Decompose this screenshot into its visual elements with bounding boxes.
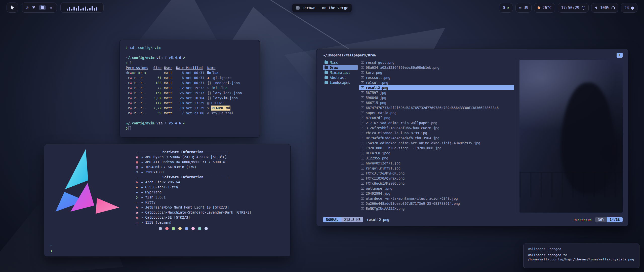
- image-icon: [361, 137, 364, 139]
- arrow-icon: →: [141, 159, 143, 164]
- speaker-icon: [595, 6, 598, 9]
- file-item[interactable]: 217167-sad-anime-rain-wallpaper.png: [359, 120, 514, 125]
- palette-dot: [165, 227, 169, 230]
- sidebar-folder-minimalist[interactable]: Minimalist: [323, 70, 358, 75]
- file-item[interactable]: super-mario.png: [359, 110, 514, 115]
- brush-icon[interactable]: ✏: [50, 6, 53, 10]
- sidebar-folder-landscapes[interactable]: Landscapes: [323, 80, 358, 85]
- heart-icon[interactable]: ♥: [32, 6, 35, 10]
- album-art-icon: [296, 6, 300, 10]
- file-manager-window[interactable]: ~/Imagenes/Wallpapers/Draw 1 MiscDrawMin…: [316, 49, 628, 226]
- file-item[interactable]: 68747470733a2f2f696d616765732d7769786d70…: [359, 105, 514, 110]
- browser-icon[interactable]: ◎: [26, 6, 28, 10]
- file-item[interactable]: 866715.png: [359, 100, 514, 105]
- arrow-icon: →: [141, 169, 143, 175]
- sidebar-folder-misc[interactable]: Misc: [323, 60, 358, 65]
- flame-icon: [537, 6, 541, 10]
- image-icon: [361, 147, 364, 149]
- sidebar-folder-draw[interactable]: Draw: [323, 65, 358, 70]
- image-icon: [361, 167, 364, 169]
- shell-command-line: ❯ l: [126, 60, 254, 65]
- git-icon: ◆: [207, 75, 209, 80]
- volume-widget[interactable]: 100%: [591, 3, 618, 13]
- sidebar-folder-abstract[interactable]: Abstract: [323, 75, 358, 80]
- file-item[interactable]: 19201080-__blue-tinge__-1920×1080.jpg: [359, 146, 514, 151]
- file-item[interactable]: kurz.png: [359, 70, 514, 75]
- image-icon: [361, 112, 364, 114]
- updates-widget[interactable]: 0 ✿: [499, 3, 513, 13]
- text-cursor: [129, 126, 131, 130]
- ls-row: .rw-r--r--11kmatt18 oct 13:29▤LICENSE: [126, 100, 254, 106]
- fetch-line-font: A→JetBrainsMono Nerd Font Light 10 [GTK2…: [136, 205, 286, 210]
- file-item[interactable]: 3122955.png: [359, 156, 514, 161]
- keyboard-layout-widget[interactable]: ⌨ US: [515, 3, 532, 13]
- lua-icon: ☾: [207, 85, 209, 90]
- folder-icon: [325, 66, 328, 69]
- file-item[interactable]: re1sult.png: [359, 80, 514, 85]
- clock-widget[interactable]: 17:50:29: [558, 3, 589, 13]
- files-icon[interactable]: [39, 5, 46, 10]
- image-icon: [361, 187, 364, 190]
- notification-body: Wallpaper changed to /home/matt/.config/…: [528, 253, 635, 261]
- keyboard-icon: ⌨: [519, 6, 521, 10]
- file-item[interactable]: EeNKYgIUcAAJ5JX.png: [359, 206, 514, 211]
- notification-title: Wallpaper Changed: [528, 247, 635, 251]
- file-item[interactable]: ressdfgult.png: [359, 60, 514, 65]
- terminal-window[interactable]: ❯ cd .config/nvim ~/.config/nvim via ☾ v…: [119, 40, 260, 138]
- shell-icon: ❯: [136, 195, 141, 200]
- file-item[interactable]: resssult.png: [359, 75, 514, 80]
- image-icon: [361, 192, 364, 195]
- fetch-line-icons: ◉→Catppuccin-SE [GTK2/3]: [136, 215, 286, 220]
- arrow-icon: →: [141, 205, 143, 210]
- palette-dot: [205, 227, 208, 230]
- image-icon: [361, 202, 364, 205]
- volume-value: 100%: [600, 6, 609, 10]
- media-widget[interactable]: thrown - on the verge: [292, 3, 352, 12]
- palette-dot: [159, 227, 162, 230]
- file-item[interactable]: wallpaper.png: [359, 186, 514, 191]
- file-item[interactable]: chica-mirando-la-luna-8799.jpg: [359, 130, 514, 135]
- shell-prompt-line: ❯: [126, 126, 254, 131]
- file-item[interactable]: 20492984.jpg: [359, 191, 514, 196]
- desktop: ◎ ♥ ✏ thrown - on the verge 0 ✿ ⌨ US: [0, 0, 644, 272]
- file-item[interactable]: FXfcII0X0AQyn9X.png: [359, 176, 514, 181]
- file-item[interactable]: nnvuv0xj2df71.jpg: [359, 161, 514, 166]
- wm-icon: ❖: [136, 190, 141, 195]
- file-item[interactable]: 596848.jpg: [359, 95, 514, 100]
- status-permissions: -rwxrwxrwx: [571, 218, 592, 222]
- headphones-icon: [612, 6, 615, 8]
- notification-toast[interactable]: Wallpaper Changed Wallpaper changed to /…: [523, 244, 639, 268]
- image-icon: [361, 132, 364, 134]
- notifications-widget[interactable]: 24: [621, 3, 637, 13]
- file-item[interactable]: 0c794faf07de24a4db4d4fb1eb813964.jpg: [359, 135, 514, 141]
- fetch-line-terminal: ▭→kitty: [136, 200, 286, 205]
- preview-railing: [519, 172, 623, 197]
- fetch-terminal-window[interactable]: ┌─────────── Hardware Information ──────…: [44, 144, 291, 257]
- image-icon: [361, 172, 364, 175]
- font-icon: A: [136, 205, 141, 210]
- temperature-widget[interactable]: 26°C: [534, 3, 555, 13]
- file-item[interactable]: 87r687df.png: [359, 115, 514, 120]
- file-item[interactable]: result2.png: [359, 85, 514, 90]
- file-item[interactable]: FXfcHgcWIAMzs0G.png: [359, 181, 514, 186]
- tab-badge[interactable]: 1: [617, 53, 623, 58]
- fetch-line-gpu: ▦→AMD ATI Radeon RX 6800/6800 XT / 6900 …: [136, 159, 286, 164]
- image-icon: [361, 96, 364, 99]
- file-item[interactable]: 154928-odinokoe_anime-art-anime-okno-sin…: [359, 141, 514, 146]
- file-item[interactable]: 8FKa7Cu.jpeg: [359, 151, 514, 156]
- ls-output: drwxr-xr-x-matt6 oct 00:31lua.rw-r--r--5…: [126, 70, 254, 116]
- software-info-list: Λ→Arch Linux x86_64◈→6.5.8-zen1-1-zen❖→H…: [136, 180, 286, 225]
- file-item[interactable]: 08a634fa02a32364f69ebc86a98eb1eb.png: [359, 65, 514, 70]
- file-item[interactable]: rsjqojlmjhf91.jpg: [359, 166, 514, 171]
- launcher-button[interactable]: [7, 3, 18, 13]
- icons-icon: ◉: [136, 215, 141, 220]
- file-item[interactable]: 5a266e448add93deab367d87173e9f25-6837886…: [359, 201, 514, 206]
- image-icon: [361, 152, 364, 154]
- file-item[interactable]: FXfcJlTXgAMvH6R.png: [359, 171, 514, 176]
- ls-row: drwxr-xr-x-matt6 oct 00:31lua: [126, 70, 254, 75]
- mode-badge: NORMAL: [323, 217, 341, 222]
- arrow-icon: →: [141, 220, 143, 225]
- file-item[interactable]: 587597.jpg: [359, 90, 514, 95]
- file-item[interactable]: 3126f7e9bbf21a8a4af0b67b041c6e26.jpg: [359, 125, 514, 130]
- file-item[interactable]: atardecer-en-la-montanas-ilustracion-634…: [359, 196, 514, 201]
